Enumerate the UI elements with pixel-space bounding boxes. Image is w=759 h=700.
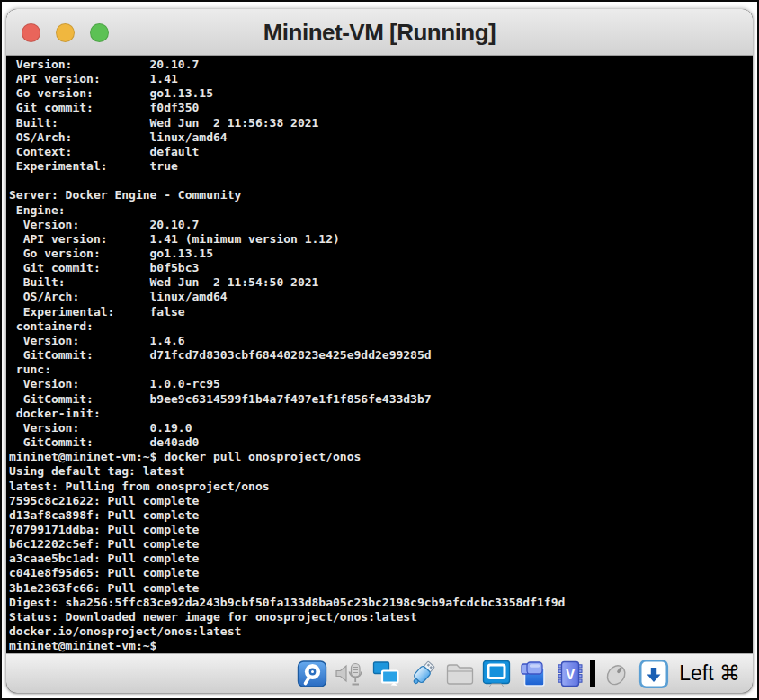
terminal-line: Git commit: f0df350 xyxy=(9,101,753,115)
terminal-line: Experimental: true xyxy=(9,159,753,174)
terminal-line xyxy=(9,174,753,188)
network-icon[interactable] xyxy=(371,659,401,689)
virtualization-activity-bar xyxy=(590,660,595,687)
terminal-line: runc: xyxy=(9,363,753,377)
audio-icon[interactable] xyxy=(334,659,364,689)
terminal-line: Built: Wed Jun 2 11:56:38 2021 xyxy=(9,116,753,130)
recording-icon[interactable] xyxy=(518,659,549,689)
terminal-line: Version: 20.10.7 xyxy=(9,218,753,232)
terminal-line: Using default tag: latest xyxy=(9,464,753,479)
virtualization-chip-icon[interactable]: V xyxy=(555,659,585,689)
mouse-icon[interactable] xyxy=(602,659,632,689)
terminal-line: Version: 20.10.7 xyxy=(9,58,753,72)
terminal-line: Built: Wed Jun 2 11:54:50 2021 xyxy=(9,275,753,290)
terminal-line: 3b1e2363fc66: Pull complete xyxy=(9,581,753,596)
terminal-line: Version: 1.4.6 xyxy=(9,334,753,348)
terminal-line: OS/Arch: linux/amd64 xyxy=(9,130,753,145)
terminal-line: containerd: xyxy=(9,319,753,334)
terminal-line: Go version: go1.13.15 xyxy=(9,86,753,101)
terminal-line: b6c12202c5ef: Pull complete xyxy=(9,537,753,552)
host-key-label: Left ⌘ xyxy=(679,661,740,686)
terminal-line: latest: Pulling from onosproject/onos xyxy=(9,480,753,494)
hard-disk-icon[interactable] xyxy=(297,659,327,689)
terminal-line: 7595c8c21622: Pull complete xyxy=(9,494,753,508)
terminal-line: docker-init: xyxy=(9,407,753,421)
terminal-line: Digest: sha256:5ffc83ce92da243b9cbf50fa1… xyxy=(9,596,753,610)
terminal-line: Experimental: false xyxy=(9,305,753,319)
terminal-line: API version: 1.41 xyxy=(9,72,753,86)
terminal-line: GitCommit: d71fcd7d8303cbf684402823e425e… xyxy=(9,348,753,363)
display-icon[interactable] xyxy=(481,659,512,689)
window-title: Mininet-VM [Running] xyxy=(6,9,753,56)
terminal-line: Server: Docker Engine - Community xyxy=(9,188,753,202)
terminal-line: GitCommit: b9ee9c6314599f1b4a7f497e1f1f8… xyxy=(9,392,753,407)
terminal-line: a3caae5bc1ad: Pull complete xyxy=(9,552,753,566)
terminal-line: c041e8f95d65: Pull complete xyxy=(9,566,753,580)
terminal-line: Go version: go1.13.15 xyxy=(9,247,753,261)
terminal-line: Context: default xyxy=(9,145,753,159)
terminal-line: Version: 0.19.0 xyxy=(9,421,753,435)
terminal-line: mininet@mininet-vm:~$ docker pull onospr… xyxy=(9,450,753,464)
terminal-line: Status: Downloaded newer image for onosp… xyxy=(9,610,753,624)
usb-icon[interactable] xyxy=(407,659,438,689)
terminal-line: GitCommit: de40ad0 xyxy=(9,435,753,450)
terminal-line: d13af8ca898f: Pull complete xyxy=(9,508,753,523)
terminal-line: Version: 1.0.0-rc95 xyxy=(9,377,753,391)
terminal-line: 70799171ddba: Pull complete xyxy=(9,523,753,537)
terminal-screen[interactable]: Version: 20.10.7 API version: 1.41 Go ve… xyxy=(6,56,753,653)
titlebar: Mininet-VM [Running] xyxy=(6,9,753,56)
statusbar: V Left ⌘ xyxy=(6,653,753,693)
terminal-line: Git commit: b0f5bc3 xyxy=(9,261,753,275)
svg-text:V: V xyxy=(566,667,576,682)
shared-folders-icon[interactable] xyxy=(444,659,475,689)
terminal-line: API version: 1.41 (minimum version 1.12) xyxy=(9,232,753,247)
terminal-line: docker.io/onosproject/onos:latest xyxy=(9,624,753,639)
terminal-line: OS/Arch: linux/amd64 xyxy=(9,290,753,304)
host-key-icon[interactable] xyxy=(638,659,669,689)
terminal-line: mininet@mininet-vm:~$ xyxy=(9,639,753,653)
terminal-line: Engine: xyxy=(9,203,753,218)
vm-window: Mininet-VM [Running] Version: 20.10.7 AP… xyxy=(6,9,753,693)
